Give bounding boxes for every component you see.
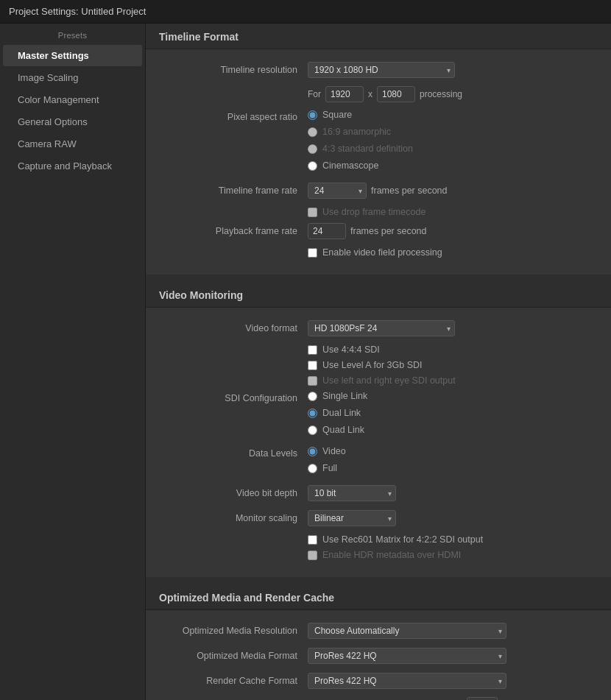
render-cache-format-row: Render Cache Format ProRes 422 HQ ProRes…	[160, 672, 596, 690]
timeline-resolution-select[interactable]: 1920 x 1080 HD 720 x 486 NTSC 720 x 576 …	[308, 62, 455, 78]
sidebar-item-image-scaling[interactable]: Image Scaling	[3, 67, 142, 88]
video-format-row: Video format HD 1080PsF 24 HD 1080i 50 H…	[160, 319, 596, 337]
radio-standard: 4:3 standard definition	[308, 144, 413, 154]
timeline-framerate-select-wrapper: 24 23.976 25 29.97 30	[308, 183, 367, 199]
sidebar-item-color-management[interactable]: Color Management	[3, 89, 142, 110]
video-bitdepth-select-wrapper: 10 bit 8 bit 12 bit	[308, 485, 396, 501]
video-bitdepth-label: Video bit depth	[160, 488, 308, 498]
rec601-checkbox[interactable]	[308, 535, 317, 545]
playback-fps-input[interactable]	[308, 223, 346, 239]
for-label: For	[308, 89, 321, 99]
video-field-row: Enable video field processing	[160, 247, 596, 258]
optimized-resolution-row: Optimized Media Resolution Choose Automa…	[160, 622, 596, 640]
radio-cinemascope-label[interactable]: Cinemascope	[322, 160, 378, 171]
render-cache-format-label: Render Cache Format	[160, 676, 308, 686]
timeline-resolution-control: 1920 x 1080 HD 720 x 486 NTSC 720 x 576 …	[308, 62, 596, 78]
pixel-aspect-options: Square 16:9 anamorphic 4:3 standard defi…	[308, 110, 413, 174]
presets-label: Presets	[0, 24, 145, 44]
radio-cinemascope: Cinemascope	[308, 160, 413, 171]
radio-square-label[interactable]: Square	[322, 110, 352, 120]
optimized-resolution-select[interactable]: Choose Automatically Original 1/2 1/4 1/…	[308, 623, 506, 639]
optimized-media-body: Optimized Media Resolution Choose Automa…	[146, 610, 611, 700]
content-area: Timeline Format Timeline resolution 1920…	[146, 24, 611, 700]
timeline-format-header: Timeline Format	[146, 24, 611, 49]
optimized-media-header: Optimized Media and Render Cache	[146, 584, 611, 610]
drop-frame-checkbox	[308, 208, 317, 217]
width-input[interactable]	[325, 86, 364, 102]
radio-video-input[interactable]	[308, 447, 317, 456]
data-levels-label: Data Levels	[160, 446, 308, 459]
hdr-checkbox	[308, 551, 317, 560]
pixel-aspect-ratio-label: Pixel aspect ratio	[160, 110, 308, 122]
radio-quad-link-label[interactable]: Quad Link	[322, 425, 364, 435]
left-right-row: Use left and right eye SDI output	[160, 375, 596, 386]
radio-square: Square	[308, 110, 413, 120]
video-bitdepth-row: Video bit depth 10 bit 8 bit 12 bit	[160, 484, 596, 502]
video-monitoring-section: Video Monitoring Video format HD 1080PsF…	[146, 282, 611, 577]
sidebar: Presets Master Settings Image Scaling Co…	[0, 24, 146, 700]
timeline-resolution-row: Timeline resolution 1920 x 1080 HD 720 x…	[160, 61, 596, 79]
radio-anamorphic: 16:9 anamorphic	[308, 127, 413, 137]
monitor-scaling-row: Monitor scaling Bilinear Bicubic Sharper	[160, 509, 596, 527]
radio-standard-label: 4:3 standard definition	[322, 144, 413, 154]
optimized-resolution-label: Optimized Media Resolution	[160, 626, 308, 636]
radio-full: Full	[308, 463, 346, 473]
radio-single-link-input[interactable]	[308, 392, 317, 401]
timeline-resolution-label: Timeline resolution	[160, 65, 308, 75]
sdi-radio-group: Single Link Dual Link Quad Link	[308, 391, 367, 439]
timeline-format-section: Timeline Format Timeline resolution 1920…	[146, 24, 611, 275]
render-cache-format-select[interactable]: ProRes 422 HQ ProRes 422 ProRes 422 LT D…	[308, 673, 506, 689]
radio-cinemascope-input[interactable]	[308, 161, 317, 171]
video-format-select[interactable]: HD 1080PsF 24 HD 1080i 50 HD 1080i 59.94…	[308, 320, 455, 336]
radio-full-label[interactable]: Full	[322, 463, 337, 473]
optimized-format-select-wrapper: ProRes 422 HQ ProRes 422 ProRes 422 LT D…	[308, 648, 506, 664]
data-levels-control: Video Full	[308, 446, 596, 477]
height-input[interactable]	[377, 86, 415, 102]
timeline-framerate-control: 24 23.976 25 29.97 30 frames per second	[308, 183, 596, 199]
radio-anamorphic-label: 16:9 anamorphic	[322, 127, 391, 137]
radio-single-link: Single Link	[308, 391, 367, 401]
video-field-label[interactable]: Enable video field processing	[322, 247, 442, 258]
timeline-framerate-row: Timeline frame rate 24 23.976 25 29.97 3…	[160, 182, 596, 199]
timeline-resolution-select-wrapper: 1920 x 1080 HD 720 x 486 NTSC 720 x 576 …	[308, 62, 455, 78]
optimized-format-row: Optimized Media Format ProRes 422 HQ Pro…	[160, 647, 596, 665]
playback-framerate-row: Playback frame rate frames per second	[160, 222, 596, 240]
x-label: x	[368, 89, 372, 99]
bg-caching-row: Enable background caching after seconds	[160, 697, 596, 700]
monitor-scaling-label: Monitor scaling	[160, 513, 308, 523]
video-format-select-wrapper: HD 1080PsF 24 HD 1080i 50 HD 1080i 59.94…	[308, 320, 455, 336]
use-444-checkbox[interactable]	[308, 345, 317, 355]
bg-caching-seconds-input[interactable]	[467, 697, 498, 700]
optimized-format-select[interactable]: ProRes 422 HQ ProRes 422 ProRes 422 LT D…	[308, 648, 506, 664]
radio-single-link-label[interactable]: Single Link	[322, 391, 367, 401]
radio-square-input[interactable]	[308, 110, 317, 120]
sidebar-item-camera-raw[interactable]: Camera RAW	[3, 133, 142, 155]
optimized-resolution-select-wrapper: Choose Automatically Original 1/2 1/4 1/…	[308, 623, 506, 639]
timeline-format-body: Timeline resolution 1920 x 1080 HD 720 x…	[146, 49, 611, 275]
sidebar-item-general-options[interactable]: General Options	[3, 111, 142, 132]
radio-standard-input	[308, 144, 317, 154]
video-field-checkbox[interactable]	[308, 248, 317, 258]
use-level-a-checkbox[interactable]	[308, 361, 317, 370]
sdi-config-control: Single Link Dual Link Quad Link	[308, 391, 596, 439]
use-level-a-label[interactable]: Use Level A for 3Gb SDI	[322, 360, 423, 370]
monitor-scaling-select[interactable]: Bilinear Bicubic Sharper	[308, 510, 396, 526]
radio-full-input[interactable]	[308, 464, 317, 473]
radio-dual-link-input[interactable]	[308, 409, 317, 418]
sidebar-item-capture-playback[interactable]: Capture and Playback	[3, 155, 142, 177]
radio-dual-link-label[interactable]: Dual Link	[322, 408, 361, 418]
radio-quad-link-input[interactable]	[308, 425, 317, 435]
pixel-aspect-radio-group: Square 16:9 anamorphic 4:3 standard defi…	[308, 110, 596, 174]
video-bitdepth-control: 10 bit 8 bit 12 bit	[308, 485, 596, 501]
video-bitdepth-select[interactable]: 10 bit 8 bit 12 bit	[308, 485, 396, 501]
rec601-label[interactable]: Use Rec601 Matrix for 4:2:2 SDI output	[322, 534, 483, 545]
playback-framerate-label: Playback frame rate	[160, 226, 308, 236]
use-lr-label: Use left and right eye SDI output	[322, 375, 456, 386]
timeline-framerate-select[interactable]: 24 23.976 25 29.97 30	[308, 183, 367, 199]
video-monitoring-header: Video Monitoring	[146, 282, 611, 308]
sidebar-item-master-settings[interactable]: Master Settings	[3, 45, 142, 66]
video-monitoring-body: Video format HD 1080PsF 24 HD 1080i 50 H…	[146, 308, 611, 577]
radio-video-label[interactable]: Video	[322, 446, 346, 456]
use-444-label[interactable]: Use 4:4:4 SDI	[322, 344, 380, 355]
use444-row: Use 4:4:4 SDI	[160, 344, 596, 355]
